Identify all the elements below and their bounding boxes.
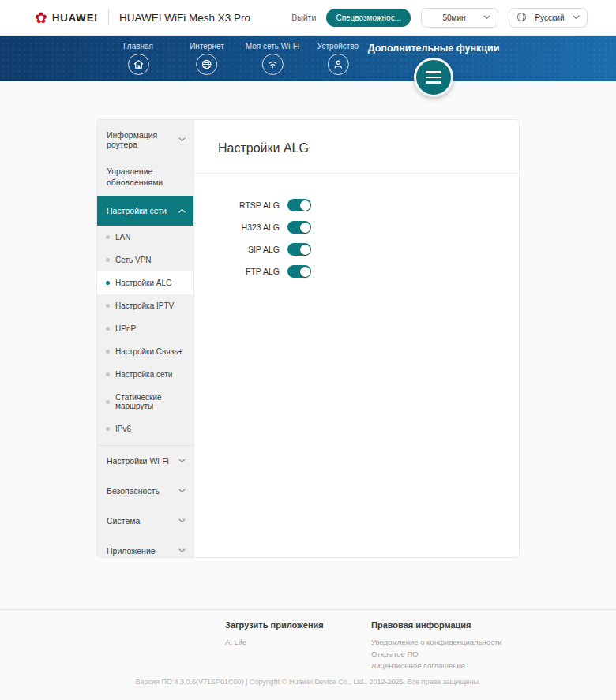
sidebar-item-security[interactable]: Безопасность [97, 476, 193, 506]
alg-toggle-list: RTSP ALG H323 ALG SIP ALG FTP ALG [194, 199, 519, 287]
brand: ✿ HUAWEI HUAWEI WiFi Mesh X3 Pro [35, 9, 250, 25]
sidebar-item-static-routes[interactable]: Статические маршруты [97, 386, 193, 417]
accessibility-button[interactable]: Спецвозможнос... [326, 9, 411, 27]
tab-home[interactable]: Главная [123, 42, 153, 75]
sidebar-item-network-config[interactable]: Настройка сети [97, 363, 193, 386]
brand-divider [108, 9, 109, 25]
sidebar-item-update-management[interactable]: Управление обновлениями [97, 159, 193, 196]
tab-device[interactable]: Устройство [317, 42, 359, 75]
main-nav: Главная Интернет Моя сеть Wi-Fi Устройст… [0, 36, 616, 81]
version-line: Версия ПО:4.3.0.6(V71SP01C00) | Copyrigh… [0, 678, 616, 686]
bullet-dot-icon [106, 235, 110, 239]
footer-link-license[interactable]: Лицензионное соглашение [371, 660, 502, 672]
sidebar-item-router-info[interactable]: Информация роутера [97, 120, 193, 159]
wifi-icon [261, 54, 283, 75]
content-panel: Настройки ALG RTSP ALG H323 ALG SIP ALG … [194, 120, 519, 557]
hamburger-icon [426, 71, 441, 73]
sidebar: Информация роутера Управление обновления… [97, 120, 194, 557]
globe-icon [516, 12, 527, 24]
footer-apps-column: Загрузить приложения AI Life [225, 620, 324, 648]
page-footer: Загрузить приложения AI Life Правовая ин… [0, 609, 616, 610]
sidebar-item-system[interactable]: Система [97, 506, 193, 536]
bullet-dot-icon [106, 281, 110, 285]
footer-link-privacy[interactable]: Уведомление о конфиденциальности [371, 636, 502, 648]
tab-advanced-label[interactable]: Дополнительные функции [368, 43, 500, 54]
rtsp-alg-toggle[interactable] [287, 199, 311, 211]
toggle-row-h323: H323 ALG [194, 221, 519, 234]
settings-card: Информация роутера Управление обновления… [96, 119, 520, 558]
ftp-alg-toggle[interactable] [287, 265, 311, 278]
footer-legal-header: Правовая информация [371, 620, 502, 630]
chevron-down-icon [178, 518, 186, 523]
header-actions: Выйти Спецвозможнос... 50мин Русский [291, 8, 588, 28]
huawei-logo-icon: ✿ [35, 10, 47, 25]
bullet-dot-icon [106, 327, 110, 331]
chevron-down-icon [178, 489, 186, 493]
toggle-row-ftp: FTP ALG [194, 265, 519, 278]
footer-apps-header: Загрузить приложения [225, 620, 324, 630]
tab-my-wifi[interactable]: Моя сеть Wi-Fi [246, 42, 299, 75]
content-header: Настройки ALG [194, 120, 519, 174]
toggle-row-sip: SIP ALG [194, 243, 519, 256]
session-timeout-value: 50мин [442, 13, 465, 22]
logout-link[interactable]: Выйти [291, 13, 316, 22]
chevron-down-icon [483, 15, 490, 20]
app-header: ✿ HUAWEI HUAWEI WiFi Mesh X3 Pro Выйти С… [0, 0, 616, 36]
chevron-up-icon [178, 208, 186, 213]
bullet-dot-icon [106, 400, 110, 404]
toggle-row-rtsp: RTSP ALG [194, 199, 519, 211]
sidebar-item-vpn[interactable]: Сеть VPN [97, 249, 193, 271]
product-title: HUAWEI WiFi Mesh X3 Pro [119, 12, 250, 24]
chevron-down-icon [178, 459, 186, 463]
bullet-dot-icon [106, 372, 110, 376]
sidebar-item-application[interactable]: Приложение [97, 536, 193, 558]
sidebar-item-alg-settings[interactable]: Настройки ALG [97, 271, 193, 294]
huawei-logo-text: HUAWEI [52, 12, 98, 24]
chevron-down-icon [178, 548, 186, 553]
chevron-down-icon [573, 15, 580, 20]
advanced-menu-button[interactable] [414, 58, 453, 97]
footer-link-open-source[interactable]: Открытое ПО [371, 648, 502, 660]
sidebar-item-lan[interactable]: LAN [97, 226, 193, 249]
person-icon [327, 54, 348, 75]
h323-alg-toggle[interactable] [287, 221, 311, 234]
footer-legal-column: Правовая информация Уведомление о конфид… [371, 620, 502, 672]
sidebar-item-network-settings[interactable]: Настройки сети [97, 196, 193, 226]
page-title: Настройки ALG [218, 141, 495, 155]
sip-alg-toggle[interactable] [287, 243, 311, 256]
language-select[interactable]: Русский [509, 8, 588, 28]
sidebar-item-ipv6[interactable]: IPv6 [97, 417, 193, 440]
sidebar-item-upnp[interactable]: UPnP [97, 317, 193, 340]
home-icon [128, 54, 149, 75]
bullet-dot-icon [106, 258, 110, 262]
language-value: Русский [535, 13, 564, 22]
footer-link-ai-life[interactable]: AI Life [225, 636, 324, 648]
bullet-dot-icon [106, 427, 110, 431]
chevron-down-icon [178, 137, 186, 142]
sidebar-bottom-groups: Настройки Wi-Fi Безопасность Система При… [97, 445, 193, 558]
sidebar-item-iptv[interactable]: Настройка IPTV [97, 294, 193, 317]
globe-icon [196, 54, 217, 75]
bullet-dot-icon [106, 304, 110, 308]
bullet-dot-icon [106, 350, 110, 354]
tab-internet[interactable]: Интернет [190, 42, 224, 75]
sidebar-item-link-plus[interactable]: Настройки Связь+ [97, 340, 193, 363]
session-timeout-select[interactable]: 50мин [421, 8, 498, 28]
sidebar-item-wifi-settings[interactable]: Настройки Wi-Fi [97, 446, 193, 476]
